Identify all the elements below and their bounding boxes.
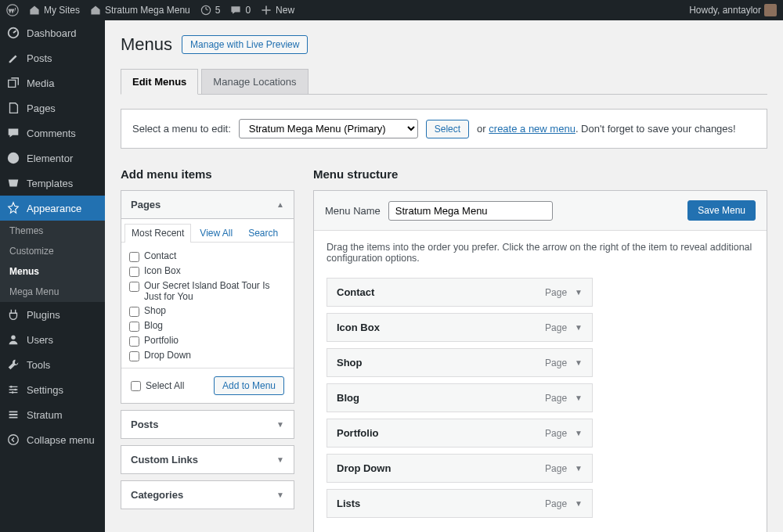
sidebar-item-posts[interactable]: Posts bbox=[0, 45, 105, 70]
menu-structure-item[interactable]: Icon BoxPage▼ bbox=[327, 313, 593, 342]
sidebar-item-users[interactable]: Users bbox=[0, 327, 105, 352]
chevron-down-icon[interactable]: ▼ bbox=[575, 358, 583, 367]
panel-pages-header[interactable]: Pages▲ bbox=[121, 191, 294, 219]
panel-posts-header[interactable]: Posts▼ bbox=[121, 411, 294, 438]
item-type: Page bbox=[545, 358, 567, 368]
select-all[interactable]: Select All bbox=[131, 380, 184, 391]
sidebar-item-templates[interactable]: Templates bbox=[0, 171, 105, 196]
sidebar-item-comments[interactable]: Comments bbox=[0, 120, 105, 146]
avatar bbox=[764, 4, 777, 16]
item-type: Page bbox=[545, 498, 567, 509]
chevron-up-icon: ▲ bbox=[276, 200, 284, 209]
menu-structure-item[interactable]: ListsPage▼ bbox=[327, 489, 593, 518]
save-menu-button[interactable]: Save Menu bbox=[687, 200, 756, 221]
list-item[interactable]: Portfolio bbox=[129, 333, 286, 348]
item-type: Page bbox=[545, 322, 567, 333]
updates[interactable]: 5 bbox=[200, 4, 221, 16]
subtab-search[interactable]: Search bbox=[241, 224, 285, 242]
list-item[interactable]: Drop Down bbox=[129, 348, 286, 363]
svg-point-2 bbox=[8, 153, 19, 164]
submenu-menus[interactable]: Menus bbox=[0, 261, 105, 282]
list-item[interactable]: Blog bbox=[129, 318, 286, 333]
admin-sidebar: Dashboard Posts Media Pages Comments Ele… bbox=[0, 20, 105, 532]
item-title: Lists bbox=[337, 498, 360, 509]
chevron-down-icon: ▼ bbox=[276, 455, 284, 464]
chevron-down-icon[interactable]: ▼ bbox=[575, 429, 583, 437]
svg-point-4 bbox=[10, 386, 13, 388]
sidebar-item-media[interactable]: Media bbox=[0, 70, 105, 95]
item-title: Portfolio bbox=[337, 427, 378, 439]
my-account[interactable]: Howdy, anntaylor bbox=[689, 4, 777, 16]
appearance-submenu: Themes Customize Menus Mega Menu bbox=[0, 221, 105, 302]
menu-structure-item[interactable]: Drop DownPage▼ bbox=[327, 454, 593, 483]
sidebar-item-elementor[interactable]: Elementor bbox=[0, 146, 105, 171]
list-item[interactable]: Shop bbox=[129, 304, 286, 318]
item-type: Page bbox=[545, 428, 567, 439]
chevron-down-icon[interactable]: ▼ bbox=[575, 464, 583, 473]
chevron-down-icon[interactable]: ▼ bbox=[575, 499, 583, 508]
panel-pages: Pages▲ Most Recent View All Search Conta… bbox=[121, 190, 294, 404]
live-preview-button[interactable]: Manage with Live Preview bbox=[182, 35, 308, 54]
pages-checklist[interactable]: Contact Icon Box Our Secret Island Boat … bbox=[121, 243, 294, 368]
item-title: Icon Box bbox=[337, 322, 380, 333]
svg-point-5 bbox=[14, 389, 16, 391]
submenu-mega-menu[interactable]: Mega Menu bbox=[0, 282, 105, 302]
menu-structure-item[interactable]: PortfolioPage▼ bbox=[327, 419, 593, 448]
item-title: Blog bbox=[337, 392, 359, 404]
chevron-down-icon[interactable]: ▼ bbox=[575, 288, 583, 297]
menu-structure-item[interactable]: ContactPage▼ bbox=[327, 278, 593, 307]
menu-name-label: Menu Name bbox=[325, 205, 381, 217]
item-type: Page bbox=[545, 393, 567, 404]
tab-manage-locations[interactable]: Manage Locations bbox=[201, 69, 308, 95]
sidebar-item-settings[interactable]: Settings bbox=[0, 377, 105, 402]
wp-logo[interactable] bbox=[6, 4, 19, 16]
panel-categories-header[interactable]: Categories▼ bbox=[121, 481, 294, 509]
chevron-down-icon[interactable]: ▼ bbox=[575, 323, 583, 332]
page-title: Menus bbox=[121, 34, 172, 55]
submenu-customize[interactable]: Customize bbox=[0, 241, 105, 261]
menu-name-input[interactable] bbox=[388, 201, 553, 221]
selector-label: Select a menu to edit: bbox=[132, 123, 231, 135]
tab-edit-menus[interactable]: Edit Menus bbox=[121, 69, 198, 95]
sidebar-item-appearance[interactable]: Appearance bbox=[0, 196, 105, 221]
panel-custom-header[interactable]: Custom Links▼ bbox=[121, 446, 294, 473]
panel-categories: Categories▼ bbox=[121, 480, 294, 509]
svg-point-6 bbox=[12, 391, 14, 394]
comments-count[interactable]: 0 bbox=[229, 4, 251, 16]
instructions: Drag the items into the order you prefer… bbox=[327, 242, 754, 264]
sidebar-item-stratum[interactable]: Stratum bbox=[0, 402, 105, 427]
subtab-recent[interactable]: Most Recent bbox=[124, 224, 191, 243]
svg-point-7 bbox=[9, 435, 19, 445]
list-item[interactable]: Icon Box bbox=[129, 264, 286, 279]
chevron-down-icon[interactable]: ▼ bbox=[575, 394, 583, 402]
sidebar-item-dashboard[interactable]: Dashboard bbox=[0, 20, 105, 45]
create-menu-link[interactable]: create a new menu bbox=[489, 123, 576, 135]
new-content[interactable]: New bbox=[260, 4, 294, 16]
menu-structure-item[interactable]: ShopPage▼ bbox=[327, 348, 593, 377]
add-to-menu-button[interactable]: Add to Menu bbox=[214, 376, 284, 395]
main-content: Menus Manage with Live Preview Edit Menu… bbox=[105, 20, 783, 532]
panel-custom-links: Custom Links▼ bbox=[121, 445, 294, 474]
menu-select[interactable]: Stratum Mega Menu (Primary) bbox=[239, 119, 418, 138]
site-name[interactable]: Stratum Mega Menu bbox=[89, 4, 190, 16]
sidebar-item-pages[interactable]: Pages bbox=[0, 95, 105, 120]
select-button[interactable]: Select bbox=[426, 120, 469, 138]
menu-structure-item[interactable]: BlogPage▼ bbox=[327, 383, 593, 412]
list-item[interactable]: Contact bbox=[129, 249, 286, 264]
svg-point-3 bbox=[11, 336, 15, 340]
sidebar-item-tools[interactable]: Tools bbox=[0, 352, 105, 377]
item-title: Shop bbox=[337, 357, 363, 368]
chevron-down-icon: ▼ bbox=[276, 420, 284, 429]
chevron-down-icon: ▼ bbox=[276, 491, 284, 499]
menu-edit-panel: Menu Name Save Menu Drag the items into … bbox=[313, 190, 767, 532]
submenu-themes[interactable]: Themes bbox=[0, 221, 105, 241]
list-item[interactable]: Our Secret Island Boat Tour Is Just for … bbox=[129, 279, 286, 304]
subtab-view-all[interactable]: View All bbox=[193, 224, 240, 242]
my-sites[interactable]: My Sites bbox=[28, 4, 80, 16]
admin-bar: My Sites Stratum Mega Menu 5 0 New Howdy… bbox=[0, 0, 783, 20]
sidebar-collapse[interactable]: Collapse menu bbox=[0, 427, 105, 452]
item-title: Drop Down bbox=[337, 462, 391, 474]
nav-tabs: Edit Menus Manage Locations bbox=[121, 69, 767, 95]
item-type: Page bbox=[545, 287, 567, 298]
sidebar-item-plugins[interactable]: Plugins bbox=[0, 302, 105, 327]
